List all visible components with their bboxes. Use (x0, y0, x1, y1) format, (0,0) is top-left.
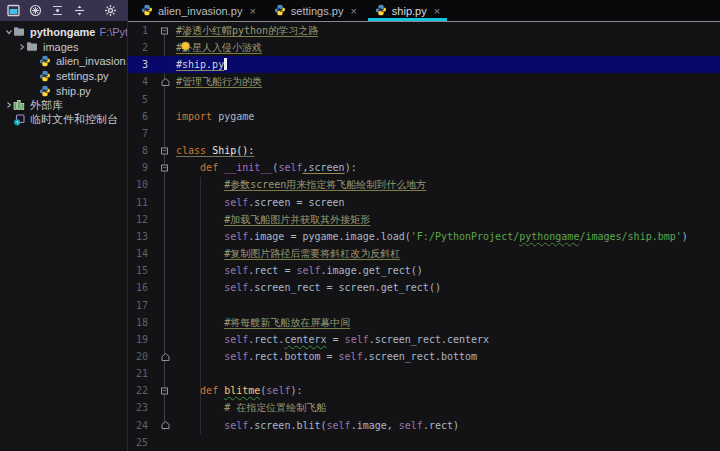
line-number[interactable]: 9 (130, 159, 148, 176)
chevron-right-icon[interactable] (4, 101, 13, 109)
code-token (176, 179, 224, 190)
code-token: pythongame (519, 231, 579, 242)
line-number[interactable]: 20 (130, 348, 148, 365)
tree-item-临时文件和控制台[interactable]: 临时文件和控制台 (0, 113, 127, 128)
line-number[interactable]: 3 (130, 56, 148, 73)
expand-all-icon[interactable] (73, 4, 86, 18)
tree-item-label: pythongame (30, 26, 95, 38)
code-text: import pygame (176, 108, 254, 125)
line-number[interactable]: 1 (130, 22, 148, 39)
code-line[interactable]: 8−class Ship(): (128, 142, 720, 159)
line-number[interactable]: 23 (130, 399, 148, 416)
chevron-down-icon[interactable] (4, 28, 13, 36)
code-text: #管理飞船行为的类 (176, 73, 262, 90)
tree-item-alien_invasion.py[interactable]: alien_invasion.py (0, 54, 127, 69)
project-window-icon[interactable] (7, 4, 20, 18)
line-number[interactable]: 19 (130, 331, 148, 348)
code-line[interactable]: 3#ship.py (128, 56, 720, 73)
line-number[interactable]: 22 (130, 382, 148, 399)
code-line[interactable]: 1−#渗透小红帽python的学习之路 (128, 22, 720, 39)
code-line[interactable]: 23 # 在指定位置绘制飞船 (128, 399, 720, 416)
close-icon[interactable]: × (249, 5, 255, 17)
code-token: self (296, 265, 320, 276)
tree-item-ship.py[interactable]: ship.py (0, 83, 127, 98)
code-token: .image, (351, 420, 399, 431)
code-line[interactable]: 6import pygame (128, 108, 720, 125)
line-number[interactable]: 12 (130, 211, 148, 228)
line-number[interactable]: 2 (130, 39, 148, 56)
tree-item-pythongame[interactable]: pythongameF:\Pyth (0, 25, 127, 40)
code-line[interactable]: 7 (128, 125, 720, 142)
line-number[interactable]: 5 (130, 91, 148, 108)
code-line[interactable]: 2#外星人入侵小游戏 (128, 39, 720, 56)
line-number[interactable]: 18 (130, 314, 148, 331)
code-line[interactable]: 11 self.screen = screen (128, 194, 720, 211)
code-line[interactable]: 16 self.screen_rect = screen.get_rect() (128, 279, 720, 296)
code-line[interactable]: 12 #加载飞船图片并获取其外接矩形 (128, 211, 720, 228)
code-token: def (200, 385, 224, 396)
line-number[interactable]: 14 (130, 245, 148, 262)
code-token: 'F:/PythonProject/ (411, 231, 519, 242)
line-number[interactable]: 10 (130, 176, 148, 193)
close-icon[interactable]: × (434, 5, 440, 17)
code-line[interactable]: 10 #参数screen用来指定将飞船绘制到什么地方 (128, 176, 720, 193)
code-line[interactable]: 17 (128, 297, 720, 314)
tree-item-settings.py[interactable]: settings.py (0, 69, 127, 84)
fold-collapse-icon[interactable]: − (161, 147, 168, 154)
project-toolbar (0, 0, 128, 21)
line-number[interactable]: 4 (130, 73, 148, 90)
code-line[interactable]: 4#管理飞船行为的类 (128, 73, 720, 90)
line-number[interactable]: 15 (130, 262, 148, 279)
line-number[interactable]: 24 (130, 417, 148, 434)
code-token: .image = pygame.image.load( (248, 231, 411, 242)
settings-gear-icon[interactable] (104, 4, 117, 18)
code-line[interactable]: 21 (128, 365, 720, 382)
code-line[interactable]: 20 self.rect.bottom = self.screen_rect.b… (128, 348, 720, 365)
fold-collapse-icon[interactable]: − (161, 164, 168, 171)
collapse-all-icon[interactable] (51, 4, 64, 18)
line-number[interactable]: 16 (130, 279, 148, 296)
code-editor[interactable]: 1−#渗透小红帽python的学习之路2#外星人入侵小游戏3#ship.py4#… (128, 22, 720, 451)
chevron-right-icon[interactable] (17, 43, 26, 51)
code-line[interactable]: 18 #将每艘新飞船放在屏幕中间 (128, 314, 720, 331)
code-line[interactable]: 24 self.screen.blit(self.image, self.rec… (128, 417, 720, 434)
close-icon[interactable]: × (350, 5, 356, 17)
code-line[interactable]: 22− def blitme(self): (128, 382, 720, 399)
fold-collapse-icon[interactable]: − (161, 387, 168, 394)
line-number[interactable]: 11 (130, 194, 148, 211)
fold-end-icon[interactable] (161, 352, 170, 361)
code-line[interactable]: 13 self.image = pygame.image.load('F:/Py… (128, 228, 720, 245)
editor-tab[interactable]: settings.py× (265, 0, 366, 21)
line-number[interactable]: 25 (130, 434, 148, 451)
editor-tab[interactable]: ship.py× (366, 0, 449, 21)
code-token: #加载飞船图片并获取其外接矩形 (224, 214, 370, 225)
tree-item-images[interactable]: images (0, 40, 127, 55)
intention-bulb-icon[interactable] (180, 41, 191, 53)
tab-bar: alien_invasion.py×settings.py×ship.py× (128, 0, 720, 22)
project-panel: pythongameF:\Pythimagesalien_invasion.py… (0, 21, 128, 451)
code-token: ) (682, 231, 688, 242)
code-token (176, 402, 224, 413)
fold-end-icon[interactable] (161, 421, 170, 430)
locate-file-icon[interactable] (29, 4, 42, 18)
code-token: self (339, 351, 363, 362)
line-number[interactable]: 7 (130, 125, 148, 142)
code-token: .screen_rect = screen.get_rect() (248, 282, 441, 293)
tree-item-外部库[interactable]: 外部库 (0, 98, 127, 113)
code-line[interactable]: 15 self.rect = self.image.get_rect() (128, 262, 720, 279)
line-number[interactable]: 13 (130, 228, 148, 245)
code-text: self.screen_rect = screen.get_rect() (176, 279, 441, 296)
line-number[interactable]: 6 (130, 108, 148, 125)
fold-minus-box: − (161, 164, 168, 171)
code-line[interactable]: 25 (128, 434, 720, 451)
editor-tab[interactable]: alien_invasion.py× (132, 0, 265, 21)
code-line[interactable]: 5 (128, 91, 720, 108)
line-number[interactable]: 8 (130, 142, 148, 159)
code-line[interactable]: 19 self.rect.centerx = self.screen_rect.… (128, 331, 720, 348)
code-line[interactable]: 9− def __init__(self,screen): (128, 159, 720, 176)
code-line[interactable]: 14 #复制图片路径后需要将斜杠改为反斜杠 (128, 245, 720, 262)
line-number[interactable]: 17 (130, 297, 148, 314)
line-number[interactable]: 21 (130, 365, 148, 382)
fold-end-icon[interactable] (161, 78, 170, 87)
fold-collapse-icon[interactable]: − (161, 27, 168, 34)
